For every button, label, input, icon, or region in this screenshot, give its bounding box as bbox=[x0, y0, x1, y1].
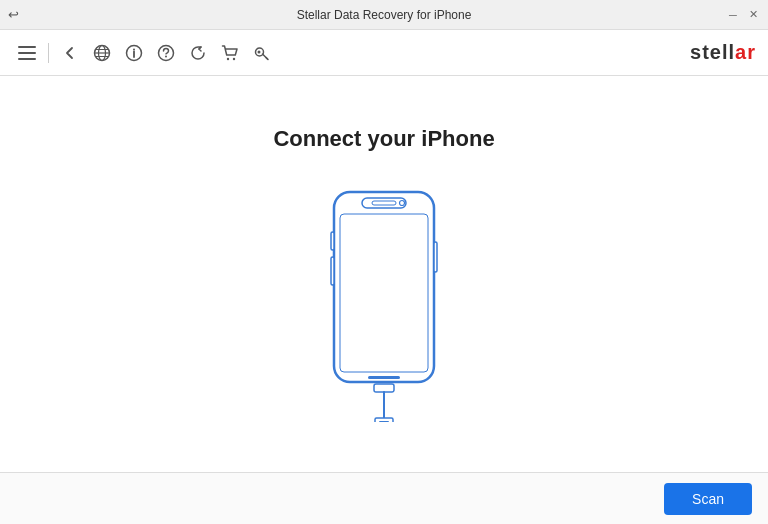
svg-rect-20 bbox=[434, 242, 437, 272]
svg-rect-25 bbox=[368, 376, 400, 379]
stellar-logo: stellar bbox=[690, 41, 756, 64]
title-bar: ↩ Stellar Data Recovery for iPhone ─ ✕ bbox=[0, 0, 768, 30]
svg-point-10 bbox=[133, 48, 135, 50]
key-icon[interactable] bbox=[247, 38, 277, 68]
svg-point-23 bbox=[400, 201, 405, 206]
svg-point-13 bbox=[227, 57, 229, 59]
back-button[interactable] bbox=[55, 38, 85, 68]
main-content: Connect your iPhone bbox=[0, 76, 768, 472]
svg-point-14 bbox=[233, 57, 235, 59]
iphone-svg bbox=[324, 182, 444, 422]
svg-rect-1 bbox=[18, 52, 36, 54]
title-back-icon[interactable]: ↩ bbox=[8, 7, 19, 22]
bottom-bar: Scan bbox=[0, 472, 768, 524]
svg-rect-0 bbox=[18, 46, 36, 48]
cart-icon[interactable] bbox=[215, 38, 245, 68]
scan-button[interactable]: Scan bbox=[664, 483, 752, 515]
svg-rect-24 bbox=[340, 214, 428, 372]
svg-rect-19 bbox=[331, 257, 334, 285]
svg-point-12 bbox=[165, 55, 167, 57]
toolbar-divider bbox=[48, 43, 49, 63]
help-icon[interactable] bbox=[151, 38, 181, 68]
refresh-icon[interactable] bbox=[183, 38, 213, 68]
svg-rect-29 bbox=[379, 421, 389, 422]
info-icon[interactable] bbox=[119, 38, 149, 68]
toolbar: stellar bbox=[0, 30, 768, 76]
logo-text-stellar: stell bbox=[690, 41, 735, 63]
iphone-illustration bbox=[324, 182, 444, 422]
menu-icon[interactable] bbox=[12, 38, 42, 68]
svg-rect-26 bbox=[374, 384, 394, 392]
svg-rect-2 bbox=[18, 58, 36, 60]
title-bar-controls: ─ ✕ bbox=[726, 8, 760, 22]
toolbar-left bbox=[12, 38, 277, 68]
svg-rect-22 bbox=[372, 201, 396, 205]
logo-text-ar: ar bbox=[735, 41, 756, 63]
svg-point-16 bbox=[258, 50, 261, 53]
page-title: Connect your iPhone bbox=[273, 126, 494, 152]
svg-rect-18 bbox=[331, 232, 334, 250]
title-bar-left: ↩ bbox=[8, 7, 19, 22]
close-button[interactable]: ✕ bbox=[746, 8, 760, 22]
minimize-button[interactable]: ─ bbox=[726, 8, 740, 22]
window-title: Stellar Data Recovery for iPhone bbox=[297, 8, 472, 22]
globe-icon[interactable] bbox=[87, 38, 117, 68]
